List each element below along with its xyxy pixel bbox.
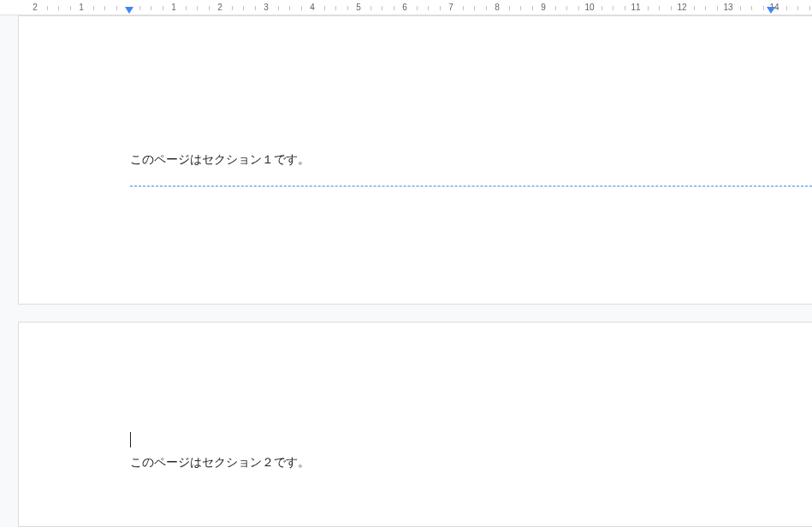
ruler-tick-minor [139, 6, 140, 10]
ruler-tick-label: 3 [264, 3, 269, 12]
ruler-tick-label: 13 [723, 3, 732, 12]
horizontal-ruler[interactable]: 211234567891011121314151617 [0, 0, 812, 15]
document-viewport[interactable]: このページはセクション１です。 このページはセクション２です。 [0, 15, 812, 527]
ruler-tick-minor [335, 6, 336, 10]
ruler-tick-minor [197, 6, 198, 10]
page-1[interactable]: このページはセクション１です。 [18, 15, 812, 305]
ruler-tick-minor [613, 6, 613, 10]
ruler-tick-minor [70, 6, 71, 10]
ruler-tick-minor [740, 6, 741, 10]
ruler-tick-minor [47, 6, 48, 10]
ruler-tick-minor [648, 6, 649, 10]
ruler-tick-minor [232, 6, 233, 10]
ruler-tick-label: 6 [402, 3, 407, 12]
ruler-tick-minor [104, 6, 105, 10]
ruler-tick-minor [717, 6, 718, 10]
ruler-tick-label: 10 [584, 3, 594, 12]
ruler-tick-minor [428, 6, 429, 10]
ruler-tick-minor [578, 6, 579, 10]
ruler-tick-minor [209, 6, 210, 10]
ruler-tick-label: 4 [310, 3, 315, 12]
ruler-tick-minor [486, 6, 487, 10]
text-cursor [130, 432, 131, 447]
ruler-tick-minor [602, 6, 602, 10]
ruler-tick-label: 9 [541, 3, 546, 12]
ruler-tick-minor [151, 6, 151, 10]
ruler-tick-label: 11 [631, 3, 640, 12]
section-break-line [130, 186, 812, 187]
ruler-tick-minor [370, 6, 371, 10]
ruler-tick-minor [382, 6, 382, 10]
ruler-tick-minor [301, 6, 302, 10]
ruler-tick-minor [671, 6, 672, 10]
ruler-tick-label: 1 [171, 3, 176, 12]
ruler-tick-minor [278, 6, 279, 10]
ruler-tick-minor [394, 6, 394, 10]
ruler-tick-minor [705, 6, 706, 10]
indent-right-marker[interactable] [767, 7, 775, 14]
ruler-tick-minor [520, 6, 521, 10]
ruler-tick-label: 7 [448, 3, 453, 12]
ruler-tick-minor [440, 6, 441, 10]
indent-left-marker[interactable] [125, 7, 133, 14]
ruler-tick-minor [116, 6, 117, 10]
ruler-tick-minor [289, 6, 290, 10]
ruler-tick-minor [555, 6, 556, 10]
ruler-tick-minor [58, 6, 59, 10]
ruler-tick-minor [566, 6, 567, 10]
page-1-text[interactable]: このページはセクション１です。 [130, 150, 812, 169]
ruler-tick-minor [474, 6, 475, 10]
page-2-text[interactable]: このページはセクション２です。 [130, 453, 812, 471]
ruler-tick-minor [93, 6, 94, 10]
ruler-tick-minor [809, 6, 810, 10]
ruler-tick-minor [532, 6, 533, 10]
ruler-tick-minor [659, 6, 660, 10]
ruler-tick-minor [417, 6, 418, 10]
ruler-tick-label: 12 [677, 3, 686, 12]
ruler-tick-label: 2 [217, 3, 222, 12]
page-2[interactable]: このページはセクション２です。 [18, 322, 812, 527]
ruler-tick-minor [509, 6, 510, 10]
ruler-tick-label: 2 [33, 3, 38, 12]
ruler-tick-minor [797, 6, 798, 10]
ruler-tick-minor [163, 6, 163, 10]
ruler-tick-minor [347, 6, 348, 10]
ruler-tick-minor [694, 6, 695, 10]
ruler-tick-minor [786, 6, 787, 10]
ruler-tick-minor [763, 6, 764, 10]
ruler-tick-label: 5 [356, 3, 361, 12]
ruler-tick-minor [243, 6, 244, 10]
ruler-tick-label: 1 [79, 3, 84, 12]
ruler-tick-minor [255, 6, 256, 10]
ruler-tick-minor [324, 6, 325, 10]
ruler-tick-label: 8 [495, 3, 500, 12]
ruler-tick-minor [751, 6, 752, 10]
ruler-tick-minor [463, 6, 464, 10]
ruler-inner: 211234567891011121314151617 [0, 0, 812, 15]
ruler-tick-minor [186, 6, 187, 10]
ruler-tick-minor [625, 6, 625, 10]
